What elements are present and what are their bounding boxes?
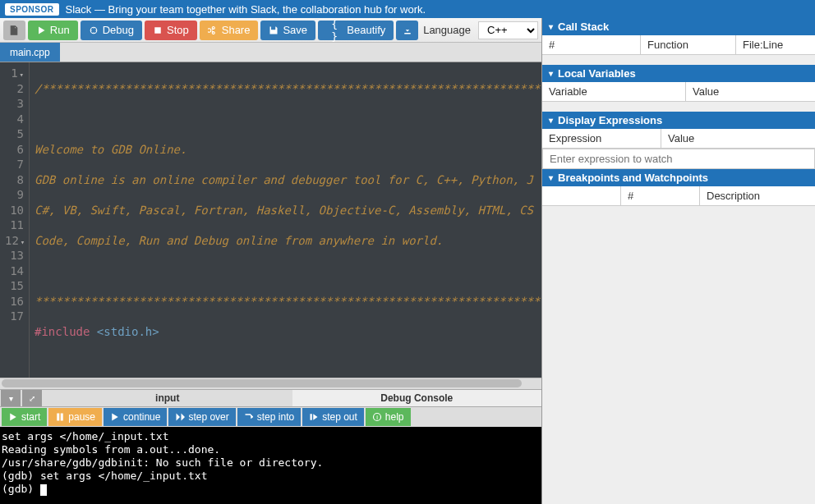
expression-input[interactable] [542, 149, 815, 169]
chevron-down-icon: ▾ [549, 116, 553, 125]
svg-rect-1 [154, 27, 161, 34]
file-tab-main[interactable]: main.cpp [0, 43, 60, 62]
main-toolbar: Run Debug Stop Share Save { }Beautify La… [0, 18, 541, 43]
chevron-down-icon: ▾ [549, 173, 553, 182]
svg-rect-3 [61, 414, 63, 421]
download-button[interactable] [396, 21, 418, 40]
dbg-start-button[interactable]: start [2, 408, 47, 426]
editor-hscroll[interactable] [0, 378, 541, 389]
sponsor-banner[interactable]: SPONSOR Slack — Bring your team together… [0, 0, 815, 18]
code-content[interactable]: /***************************************… [30, 62, 541, 378]
chevron-down-icon: ▾ [549, 69, 553, 78]
local-vars-columns: Variable Value [542, 82, 815, 102]
new-file-button[interactable] [3, 21, 25, 40]
svg-rect-4 [311, 414, 312, 420]
panel-local-vars-header[interactable]: ▾Local Variables [542, 65, 815, 82]
tab-input[interactable]: input [43, 390, 292, 406]
share-button[interactable]: Share [200, 21, 259, 40]
debug-console[interactable]: set args </home/_input.txt Reading symbo… [0, 427, 541, 504]
file-tab-bar: main.cpp [0, 43, 541, 62]
dbg-continue-button[interactable]: continue [104, 408, 167, 426]
dbg-help-button[interactable]: ihelp [366, 408, 411, 426]
stop-button[interactable]: Stop [145, 21, 197, 40]
code-editor[interactable]: 1234567891011121314151617 /*************… [0, 62, 541, 378]
debug-toolbar: start pause continue step over step into… [0, 407, 541, 427]
tab-debug-console[interactable]: Debug Console [292, 390, 542, 406]
panel-call-stack-header[interactable]: ▾Call Stack [542, 18, 815, 35]
svg-text:i: i [376, 414, 378, 421]
dbg-pause-button[interactable]: pause [48, 408, 102, 426]
save-button[interactable]: Save [260, 21, 315, 40]
language-label: Language [423, 24, 471, 36]
sponsor-text: Slack — Bring your team together with Sl… [66, 3, 426, 16]
dbg-step-over-button[interactable]: step over [168, 408, 235, 426]
dbg-step-into-button[interactable]: step into [237, 408, 301, 426]
call-stack-columns: # Function File:Line [542, 35, 815, 55]
cursor-icon [40, 484, 47, 496]
display-expr-columns: Expression Value [542, 129, 815, 149]
panel-display-expr-header[interactable]: ▾Display Expressions [542, 112, 815, 129]
dbg-step-out-button[interactable]: step out [302, 408, 364, 426]
expand-icon[interactable]: ⤢ [22, 390, 42, 406]
chevron-down-icon: ▾ [549, 22, 553, 31]
debug-panels: ▾Call Stack # Function File:Line ▾Local … [542, 18, 815, 504]
run-button[interactable]: Run [28, 21, 78, 40]
bottom-tab-bar: ▾ ⤢ input Debug Console [0, 389, 541, 407]
debug-button[interactable]: Debug [81, 21, 142, 40]
beautify-button[interactable]: { }Beautify [318, 21, 394, 40]
language-select[interactable]: C++ [478, 21, 538, 39]
panel-breakpoints-header[interactable]: ▾Breakpoints and Watchpoints [542, 169, 815, 186]
sponsor-badge: SPONSOR [5, 3, 59, 16]
line-gutter: 1234567891011121314151617 [0, 62, 30, 378]
breakpoints-columns: # Description [542, 186, 815, 206]
collapse-icon[interactable]: ▾ [1, 390, 21, 406]
svg-rect-2 [58, 414, 60, 421]
